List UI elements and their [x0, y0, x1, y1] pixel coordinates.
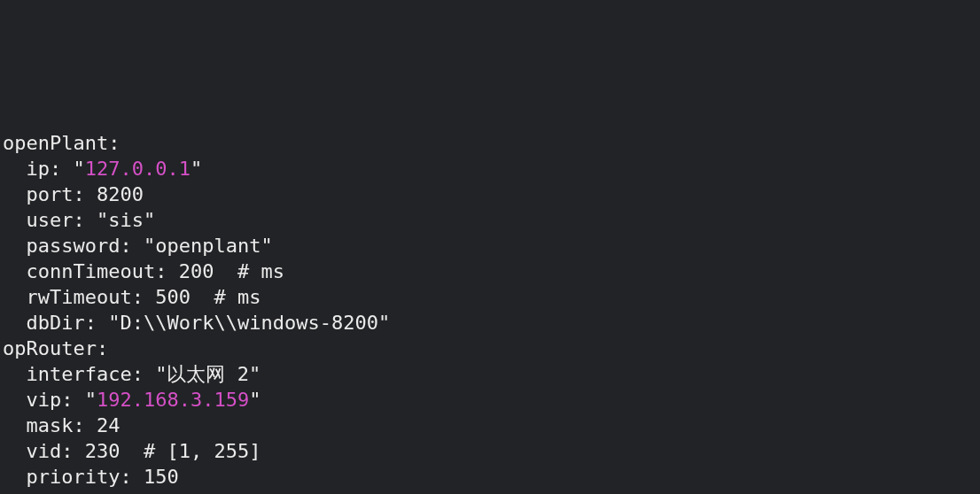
- colon: :: [61, 440, 73, 462]
- comment: # [1, 255]: [144, 440, 261, 462]
- priority-value: 150: [144, 466, 179, 488]
- colon: :: [132, 363, 144, 385]
- quote: ": [144, 235, 155, 257]
- vip-key: vip: [27, 389, 62, 411]
- comment: # ms: [237, 260, 284, 282]
- rwtimeout-key: rwTimeout: [27, 286, 132, 308]
- quote: ": [261, 235, 272, 257]
- priority-key: priority: [27, 466, 121, 488]
- interface-value: 以太网 2: [167, 363, 249, 385]
- yaml-config-block: openPlant: ip: "127.0.0.1" port: 8200 us…: [0, 128, 980, 494]
- mask-key: mask: [27, 414, 74, 436]
- password-key: password: [27, 235, 121, 257]
- port-key: port: [27, 183, 74, 205]
- quote: ": [249, 363, 261, 385]
- comment: # ms: [214, 286, 261, 308]
- conntimeout-value: 200: [179, 260, 214, 282]
- section-key-oprouter: opRouter: [3, 337, 97, 359]
- port-value: 8200: [97, 183, 144, 205]
- colon: :: [73, 209, 84, 231]
- quote: ": [74, 158, 85, 180]
- ip-value: 127.0.0.1: [85, 158, 191, 180]
- rwtimeout-value: 500: [155, 286, 191, 308]
- colon: :: [85, 312, 97, 334]
- colon: :: [73, 414, 84, 436]
- colon: :: [61, 389, 73, 411]
- colon: :: [120, 466, 131, 488]
- dbdir-key: dbDir: [27, 312, 85, 334]
- quote: ": [97, 209, 108, 231]
- quote: ": [378, 312, 390, 334]
- colon: :: [108, 132, 120, 154]
- section-key-openplant: openPlant: [3, 132, 108, 154]
- password-value: openplant: [155, 235, 261, 257]
- user-value: sis: [108, 209, 144, 231]
- quote: ": [155, 363, 167, 385]
- colon: :: [50, 158, 61, 180]
- conntimeout-key: connTimeout: [27, 260, 156, 282]
- interface-key: interface: [27, 363, 132, 385]
- colon: :: [132, 286, 144, 308]
- quote: ": [144, 209, 155, 231]
- vid-value: 230: [85, 440, 121, 462]
- colon: :: [120, 235, 131, 257]
- quote: ": [191, 158, 202, 180]
- mask-value: 24: [97, 414, 121, 436]
- colon: :: [155, 260, 167, 282]
- dbdir-value: D:\\Work\\windows-8200: [120, 312, 377, 334]
- vid-key: vid: [27, 440, 62, 462]
- colon: :: [73, 183, 84, 205]
- vip-value: 192.168.3.159: [97, 389, 249, 411]
- quote: ": [108, 312, 120, 334]
- ip-key: ip: [27, 158, 51, 180]
- colon: :: [97, 337, 108, 359]
- quote: ": [85, 389, 97, 411]
- user-key: user: [27, 209, 74, 231]
- quote: ": [249, 389, 261, 411]
